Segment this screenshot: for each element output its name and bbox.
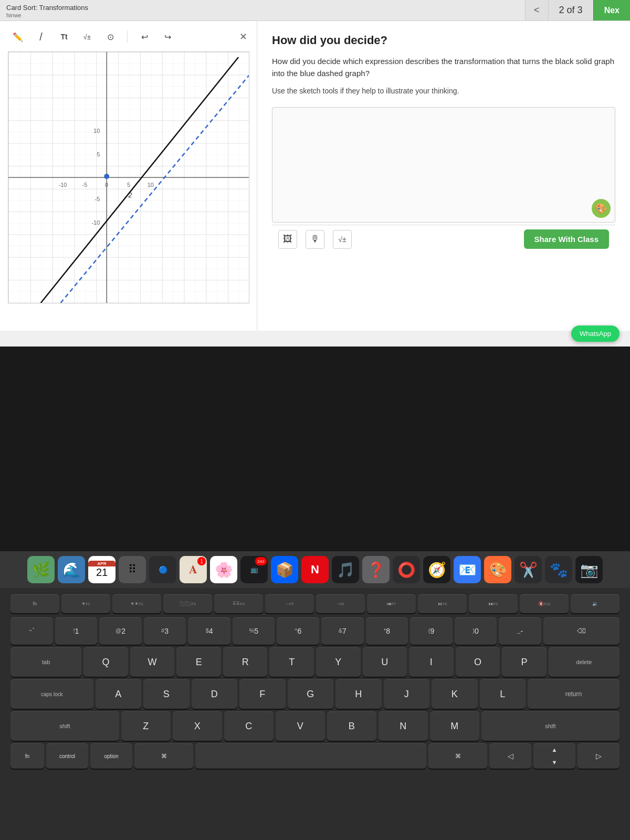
key-v[interactable]: V (276, 711, 325, 741)
dock-calendar[interactable]: APR 21 (88, 556, 116, 583)
key-caps[interactable]: caps lock (10, 679, 93, 709)
key-5[interactable]: %5 (233, 617, 275, 645)
key-vol-down[interactable]: 🔉 (571, 594, 620, 613)
undo-button[interactable]: ↩ (136, 28, 153, 45)
slash-tool-button[interactable]: / (33, 28, 49, 45)
key-cmd-right[interactable]: ⌘ (428, 743, 487, 769)
key-shift-right[interactable]: shift (481, 711, 620, 741)
key-7[interactable]: &7 (321, 617, 364, 645)
key-8[interactable]: *8 (366, 617, 408, 645)
dock-paw[interactable]: 🐾 (545, 556, 572, 583)
key-return[interactable]: return (528, 679, 620, 709)
close-button[interactable]: ✕ (239, 31, 247, 43)
key-minus[interactable]: _- (499, 617, 541, 645)
dock-box[interactable]: 📦 (271, 556, 298, 583)
key-p[interactable]: P (502, 647, 547, 677)
key-f10[interactable]: 🔇F10 (520, 594, 569, 613)
key-option[interactable]: option (90, 743, 132, 769)
key-f[interactable]: F (239, 679, 286, 709)
key-y[interactable]: Y (316, 647, 361, 677)
whatsapp-button[interactable]: WhatsApp (571, 326, 620, 342)
key-cmd-left[interactable]: ⌘ (134, 743, 193, 769)
key-f1[interactable]: ☀F1 (61, 594, 110, 613)
dock-app1[interactable]: 🔵 (149, 556, 176, 583)
dock-music[interactable]: 🎵 (332, 556, 359, 583)
key-c[interactable]: C (224, 711, 274, 741)
key-9[interactable]: (9 (410, 617, 453, 645)
key-ctrl[interactable]: control (46, 743, 88, 769)
dock-art[interactable]: 🎨 (484, 556, 511, 583)
key-f9[interactable]: ⏭F9 (469, 594, 518, 613)
key-1[interactable]: !1 (55, 617, 98, 645)
key-delete[interactable]: delete (549, 647, 620, 677)
key-f7[interactable]: ⏮F7 (367, 594, 416, 613)
key-w[interactable]: W (130, 647, 175, 677)
dock-help[interactable]: ❓ (362, 556, 390, 583)
key-k[interactable]: K (432, 679, 478, 709)
key-3[interactable]: #3 (144, 617, 186, 645)
math-input-button[interactable]: √± (333, 230, 352, 249)
dock-camera[interactable]: 📷 (575, 556, 603, 583)
dock-finder[interactable]: 🌿 (27, 556, 55, 583)
key-f5[interactable]: ···F5 (265, 594, 314, 613)
dock-safari[interactable]: 🧭 (423, 556, 450, 583)
key-u[interactable]: U (363, 647, 407, 677)
key-arrow-left[interactable]: ◁ (489, 743, 531, 769)
dock-appletv[interactable]: 📺 242 (240, 556, 268, 583)
key-f2[interactable]: ☀☀F2 (112, 594, 161, 613)
text-tool-button[interactable]: Tt (56, 28, 72, 45)
key-g[interactable]: G (288, 679, 334, 709)
dock-focus[interactable]: ⭕ (393, 556, 420, 583)
key-q[interactable]: Q (83, 647, 128, 677)
key-arrow-right[interactable]: ▷ (578, 743, 620, 769)
answer-sketch-box[interactable]: 🎨 (272, 107, 615, 223)
key-f8[interactable]: ⏯F8 (418, 594, 467, 613)
key-tab[interactable]: tab (10, 647, 81, 677)
dock-scissors[interactable]: ✂️ (514, 556, 542, 583)
dock-netflix[interactable]: N (301, 556, 329, 583)
key-arrow-up-down[interactable]: ▲ ▼ (533, 743, 575, 769)
image-attach-button[interactable]: 🖼 (278, 230, 297, 249)
next-button[interactable]: Nex (593, 0, 630, 20)
key-j[interactable]: J (384, 679, 430, 709)
key-4[interactable]: $4 (188, 617, 230, 645)
key-r[interactable]: R (223, 647, 268, 677)
redo-button[interactable]: ↪ (159, 28, 176, 45)
key-fn2[interactable]: fn (10, 743, 44, 769)
key-l[interactable]: L (480, 679, 526, 709)
key-o[interactable]: O (456, 647, 500, 677)
graph-canvas[interactable]: 0 5 10 -5 -10 5 10 -5 -10 -2 (8, 51, 249, 303)
key-e[interactable]: E (176, 647, 221, 677)
key-f4[interactable]: ⠿⠿F4 (214, 594, 263, 613)
key-2[interactable]: @2 (99, 617, 142, 645)
dock-mail[interactable]: 📧 (454, 556, 481, 583)
key-b[interactable]: B (327, 711, 376, 741)
dock-launchpad[interactable]: ⠿ (119, 556, 146, 583)
back-button[interactable]: < (525, 0, 548, 20)
key-6[interactable]: ^6 (277, 617, 319, 645)
key-t[interactable]: T (269, 647, 314, 677)
key-n[interactable]: N (379, 711, 428, 741)
dock-fontapp[interactable]: 𝐀 1 (180, 556, 207, 583)
share-with-class-button[interactable]: Share With Class (524, 229, 609, 249)
key-space[interactable] (195, 743, 426, 769)
key-x[interactable]: X (173, 711, 222, 741)
key-shift-left[interactable]: shift (10, 711, 119, 741)
key-h[interactable]: H (335, 679, 382, 709)
pen-tool-button[interactable]: ✏️ (9, 28, 26, 45)
dock-photos[interactable]: 🌸 (210, 556, 237, 583)
key-f3[interactable]: ⬛⬛F3 (163, 594, 212, 613)
key-f6[interactable]: ··F6 (316, 594, 365, 613)
key-s[interactable]: S (143, 679, 190, 709)
key-z[interactable]: Z (121, 711, 171, 741)
sqrt-tool-button[interactable]: √± (79, 28, 96, 45)
key-m[interactable]: M (430, 711, 479, 741)
eraser-tool-button[interactable]: ⊙ (102, 28, 119, 45)
key-0[interactable]: )0 (455, 617, 497, 645)
key-fn[interactable]: fn (10, 594, 59, 613)
mic-button[interactable]: 🎙 (306, 230, 324, 249)
key-backtick[interactable]: ~` (10, 617, 53, 645)
key-a[interactable]: A (96, 679, 142, 709)
key-i[interactable]: I (409, 647, 454, 677)
key-backspace[interactable]: ⌫ (543, 617, 620, 645)
